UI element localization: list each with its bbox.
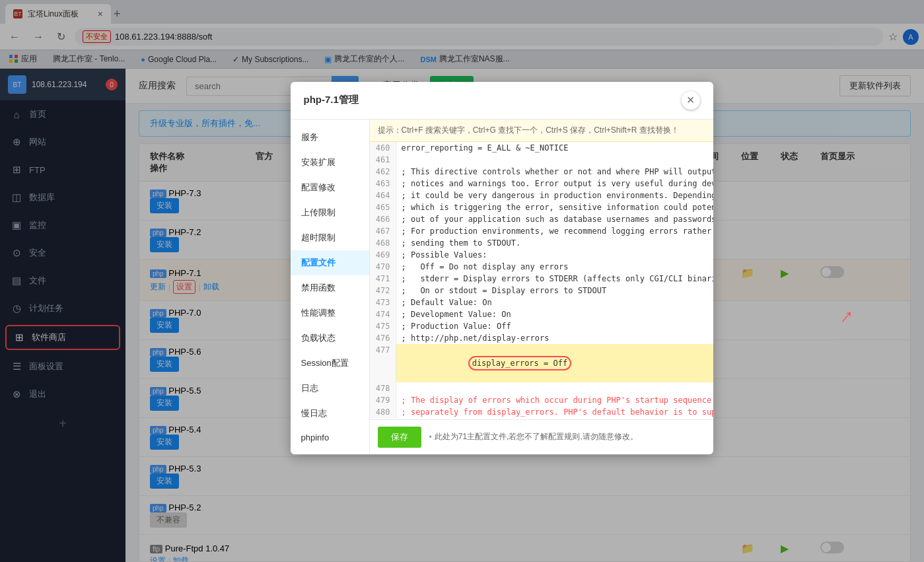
modal-nav-service[interactable]: 服务 (291, 125, 369, 150)
hint-text: 提示：Ctrl+F 搜索关键字，Ctrl+G 查找下一个，Ctrl+S 保存，C… (378, 125, 679, 135)
footer-note: • 此处为71主配置文件,若您不了解配置规则,请勿随意修改。 (429, 431, 638, 442)
modal-footer: 保存 • 此处为71主配置文件,若您不了解配置规则,请勿随意修改。 (370, 419, 713, 454)
code-line: 463 ; notices and warnings too. Error ou… (370, 178, 713, 190)
save-btn[interactable]: 保存 (378, 427, 421, 448)
code-line: 479 ; The display of errors which occur … (370, 394, 713, 406)
code-line: 474 ; Development Value: On (370, 308, 713, 320)
modal-hint: 提示：Ctrl+F 搜索关键字，Ctrl+G 查找下一个，Ctrl+S 保存，C… (370, 120, 713, 142)
modal-close-btn[interactable]: × (682, 91, 700, 110)
code-line: 462 ; This directive controls whether or… (370, 166, 713, 178)
code-line-highlighted: 477 display_errors = Off (370, 344, 713, 382)
code-line: 470 ; Off = Do not display any errors (370, 261, 713, 273)
highlighted-code: display_errors = Off (468, 356, 572, 370)
code-line: 475 ; Production Value: Off (370, 320, 713, 332)
code-line: 465 ; which is triggering the error, sen… (370, 201, 713, 213)
modal-nav-session[interactable]: Session配置 (291, 351, 369, 376)
modal-nav-extensions[interactable]: 安装扩展 (291, 150, 369, 175)
code-line: 466 ; out of your application such as da… (370, 213, 713, 225)
php71-modal: php-7.1管理 × 服务 安装扩展 配置修改 上传限制 超时限制 配置文件 … (291, 82, 713, 454)
code-line: 471 ; stderr = Display errors to STDERR … (370, 273, 713, 285)
modal-nav-config-file[interactable]: 配置文件 (291, 250, 369, 275)
modal-title: php-7.1管理 (304, 94, 359, 106)
modal-nav-load[interactable]: 负载状态 (291, 326, 369, 351)
modal-nav-performance[interactable]: 性能调整 (291, 300, 369, 326)
modal-nav-log[interactable]: 日志 (291, 376, 369, 401)
modal-nav-phpinfo[interactable]: phpinfo (291, 426, 369, 449)
code-line: 461 (370, 154, 713, 166)
code-line: 476 ; http://php.net/display-errors (370, 332, 713, 344)
code-line: 469 ; Possible Values: (370, 249, 713, 261)
red-arrow-annotation: ↑ (835, 303, 859, 329)
code-line: 472 ; On or stdout = Display errors to S… (370, 285, 713, 297)
modal-header: php-7.1管理 × (291, 82, 713, 120)
code-line: 467 ; For production environments, we re… (370, 225, 713, 237)
code-line: 460 error_reporting = E_ALL & ~E_NOTICE (370, 142, 713, 154)
modal-nav-timeout[interactable]: 超时限制 (291, 225, 369, 250)
modal-nav: 服务 安装扩展 配置修改 上传限制 超时限制 配置文件 禁用函数 性能调整 负载… (291, 120, 370, 454)
code-editor[interactable]: 460 error_reporting = E_ALL & ~E_NOTICE … (370, 142, 713, 419)
modal-nav-upload-limit[interactable]: 上传限制 (291, 200, 369, 225)
modal-nav-config-modify[interactable]: 配置修改 (291, 175, 369, 200)
code-line: 468 ; sending them to STDOUT. (370, 237, 713, 249)
code-line: 480 ; separately from display_errors. PH… (370, 406, 713, 418)
code-line: 464 ; it could be very dangerous in prod… (370, 190, 713, 201)
modal-nav-disabled-funcs[interactable]: 禁用函数 (291, 275, 369, 300)
modal-nav-slowlog[interactable]: 慢日志 (291, 401, 369, 426)
modal-main: 提示：Ctrl+F 搜索关键字，Ctrl+G 查找下一个，Ctrl+S 保存，C… (370, 120, 713, 454)
modal-body: 服务 安装扩展 配置修改 上传限制 超时限制 配置文件 禁用函数 性能调整 负载… (291, 120, 713, 454)
modal-overlay: php-7.1管理 × 服务 安装扩展 配置修改 上传限制 超时限制 配置文件 … (0, 0, 924, 562)
code-line: 478 (370, 382, 713, 394)
code-line: 473 ; Default Value: On (370, 297, 713, 308)
footer-note-text: 此处为71主配置文件,若您不了解配置规则,请勿随意修改。 (435, 431, 638, 442)
